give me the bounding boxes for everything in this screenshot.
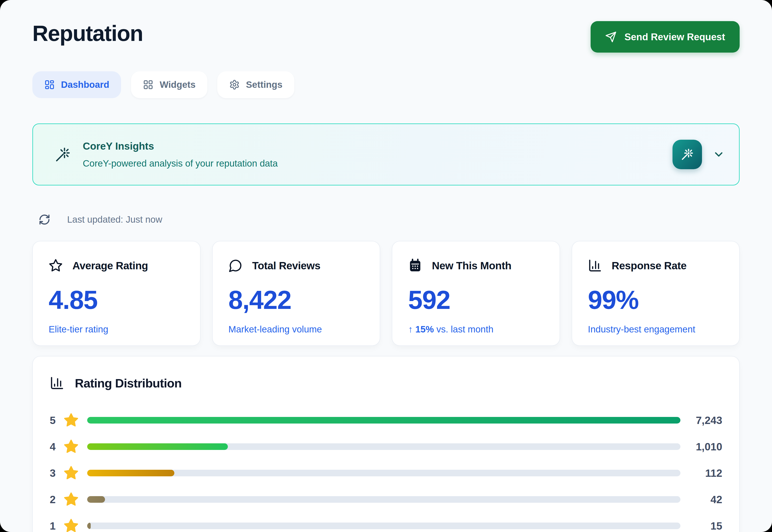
rating-bar-track (87, 470, 680, 476)
stat-card-total-reviews: Total Reviews 8,422 Market-leading volum… (212, 241, 380, 346)
stat-value: 592 (408, 285, 546, 315)
star-icon (63, 465, 87, 481)
rating-count: 15 (680, 520, 722, 532)
refresh-icon[interactable] (39, 214, 50, 226)
star-icon (63, 491, 87, 508)
star-icon (63, 518, 87, 532)
send-review-request-label: Send Review Request (625, 31, 725, 42)
rating-bar-fill (87, 496, 105, 503)
last-updated-text: Last updated: Just now (67, 214, 162, 225)
star-outline-icon (49, 259, 63, 273)
rating-bar-track (87, 496, 680, 503)
calendar-icon (408, 259, 422, 273)
magic-wand-icon (55, 146, 71, 163)
stat-subtext: Market-leading volume (228, 324, 367, 335)
bar-chart-icon (50, 376, 64, 390)
reputation-page: Reputation Send Review Request Dashboard… (0, 0, 772, 532)
rating-distribution-card: Rating Distribution 5 7,243 4 1,010 3 11… (32, 356, 740, 532)
stat-card-header: Total Reviews (228, 259, 367, 273)
rating-distribution-title: Rating Distribution (75, 376, 182, 390)
rating-bar-fill (87, 443, 228, 450)
stat-subtext: Industry-best engagement (588, 324, 726, 335)
stat-card-header: Response Rate (588, 259, 726, 273)
message-circle-icon (228, 259, 242, 273)
rating-bar-track (87, 417, 680, 424)
last-updated-row: Last updated: Just now (32, 214, 740, 226)
rating-row-label: 2 (50, 493, 63, 506)
stat-card-response-rate: Response Rate 99% Industry-best engageme… (572, 241, 740, 346)
rating-row-label: 4 (50, 441, 63, 453)
stat-card-average-rating: Average Rating 4.85 Elite-tier rating (32, 241, 200, 346)
gear-icon (229, 79, 240, 90)
rating-row-5: 5 7,243 (50, 407, 722, 433)
stat-title: New This Month (432, 260, 511, 272)
stat-card-new-this-month: New This Month 592 ↑ 15% vs. last month (392, 241, 560, 346)
tab-widgets[interactable]: Widgets (131, 71, 207, 98)
rating-row-label: 3 (50, 467, 63, 479)
rating-row-label: 1 (50, 520, 63, 532)
ai-wand-button[interactable] (673, 140, 702, 169)
rating-row-2: 2 42 (50, 486, 722, 513)
tab-bar: Dashboard Widgets Settings (32, 71, 740, 98)
send-review-request-button[interactable]: Send Review Request (591, 21, 740, 53)
corey-insights-banner[interactable]: CoreY Insights CoreY-powered analysis of… (32, 123, 740, 185)
rating-count: 42 (680, 493, 722, 506)
stat-subtext: ↑ 15% vs. last month (408, 324, 546, 335)
banner-title: CoreY Insights (83, 140, 673, 152)
stat-subtext: Elite-tier rating (49, 324, 187, 335)
stat-value: 4.85 (49, 285, 187, 315)
rating-distribution-rows: 5 7,243 4 1,010 3 112 2 42 (50, 407, 722, 532)
trend-up-arrow: ↑ (408, 324, 416, 334)
stat-title: Total Reviews (252, 260, 320, 272)
tab-dashboard[interactable]: Dashboard (32, 71, 121, 98)
page-title: Reputation (32, 21, 143, 45)
rating-row-1: 1 15 (50, 513, 722, 532)
page-header: Reputation Send Review Request (32, 21, 740, 53)
bar-chart-icon (588, 259, 602, 273)
tab-dashboard-label: Dashboard (61, 79, 109, 90)
tab-settings-label: Settings (246, 79, 282, 90)
rating-row-3: 3 112 (50, 460, 722, 486)
rating-count: 112 (680, 467, 722, 479)
dashboard-icon (44, 79, 55, 90)
grid-icon (143, 79, 153, 90)
chevron-down-icon[interactable] (713, 148, 725, 161)
rating-bar-fill (87, 417, 680, 424)
rating-distribution-header: Rating Distribution (50, 376, 722, 390)
star-icon (63, 438, 87, 455)
star-icon (63, 412, 87, 428)
banner-subtitle: CoreY-powered analysis of your reputatio… (83, 158, 673, 169)
rating-row-4: 4 1,010 (50, 433, 722, 460)
stat-cards: Average Rating 4.85 Elite-tier rating To… (32, 241, 740, 346)
banner-text: CoreY Insights CoreY-powered analysis of… (83, 140, 673, 169)
rating-bar-track (87, 443, 680, 450)
send-icon (605, 31, 617, 43)
stat-title: Average Rating (72, 260, 148, 272)
rating-count: 7,243 (680, 414, 722, 426)
stat-card-header: New This Month (408, 259, 546, 273)
rating-row-label: 5 (50, 414, 63, 426)
stat-value: 99% (588, 285, 726, 315)
rating-count: 1,010 (680, 441, 722, 453)
rating-bar-fill (87, 523, 91, 529)
rating-bar-fill (87, 470, 174, 476)
tab-widgets-label: Widgets (160, 79, 195, 90)
stat-card-header: Average Rating (49, 259, 187, 273)
stat-title: Response Rate (612, 260, 687, 272)
tab-settings[interactable]: Settings (217, 71, 294, 98)
rating-bar-track (87, 523, 680, 529)
stat-value: 8,422 (228, 285, 367, 315)
